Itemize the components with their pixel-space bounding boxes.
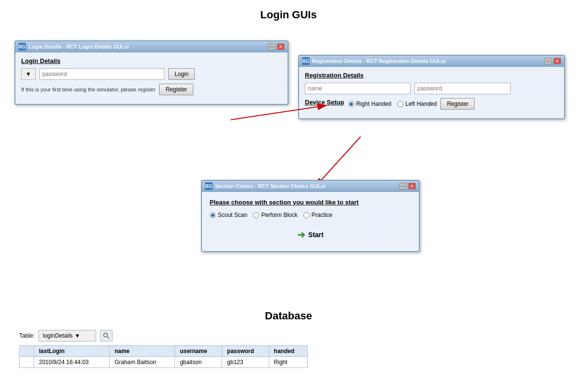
section-window-body: Please choose with section you would lik… [202, 192, 419, 251]
db-cell-username: gbaitson [175, 357, 222, 368]
login-form-row: ▼ Login [21, 68, 282, 80]
db-col-password: password [222, 346, 269, 357]
right-handed-radio[interactable]: Right Handed [348, 101, 391, 107]
left-handed-circle [397, 101, 403, 107]
login-info-text: If this is your first time using the sim… [21, 87, 155, 92]
database-title: Database [19, 310, 558, 322]
login-window: RG Login Details - RCT Login Details GUI… [14, 40, 288, 105]
db-cell-lastlogin: 2010/8/24 16:44:03 [34, 357, 110, 368]
reg-window-body: Registration Details Device Setup Right … [299, 67, 564, 118]
db-col-lastlogin: lastLogin [34, 346, 110, 357]
svg-line-4 [107, 337, 109, 339]
practice-circle [303, 212, 310, 218]
perform-block-radio[interactable]: Perform Block [253, 212, 297, 218]
db-header-row: lastLogin name username password handed [20, 346, 308, 357]
start-arrow-icon: ➜ [297, 229, 305, 240]
registration-window: RG Registration Details - RCT Registrati… [298, 55, 565, 119]
reg-section-label: Registration Details [305, 72, 558, 79]
perform-block-circle [253, 212, 259, 218]
search-icon [103, 332, 110, 339]
db-table: lastLogin name username password handed … [19, 345, 308, 368]
db-cell-name: Graham Baitson [110, 357, 175, 368]
login-info-row: If this is your first time using the sim… [21, 84, 282, 95]
login-minimize-btn[interactable]: — [268, 43, 276, 50]
db-search-button[interactable] [100, 330, 113, 341]
section-close-btn[interactable]: ✕ [408, 183, 416, 190]
handed-radio-group: Right Handed Left Handed [348, 101, 437, 107]
db-table-dropdown[interactable]: loginDetails ▼ [38, 330, 96, 341]
database-section: Database Table: loginDetails ▼ lastLogin… [0, 300, 577, 378]
perform-block-label: Perform Block [261, 212, 297, 218]
db-table-name: loginDetails [43, 332, 73, 339]
left-handed-radio[interactable]: Left Handed [397, 101, 437, 107]
main-title: Login GUIs [0, 0, 577, 26]
db-table-label: Table: [19, 332, 35, 339]
gui-container: RG Login Details - RCT Login Details GUI… [0, 26, 577, 300]
reg-window-icon: RG [302, 57, 310, 65]
db-cell-handed: Right [269, 357, 307, 368]
login-window-body: Login Details ▼ Login If this is your fi… [15, 52, 288, 104]
login-title-controls: — ✕ [268, 43, 285, 50]
start-label: Start [308, 231, 324, 239]
section-window-title: Section Choice - RCT Section Choice GUI.… [215, 183, 326, 189]
login-title-bar: RG Login Details - RCT Login Details GUI… [15, 41, 288, 52]
start-button[interactable]: ➜ Start [297, 229, 324, 240]
left-handed-label: Left Handed [405, 101, 437, 107]
reg-close-btn[interactable]: ✕ [553, 58, 561, 64]
db-col-handed: handed [269, 346, 307, 357]
device-setup-label: Device Setup [305, 99, 344, 106]
scout-scan-label: Scout Scan [218, 212, 247, 218]
section-title-controls: — ✕ [399, 183, 416, 190]
reg-window-title: Registration Details - RCT Registration … [312, 58, 446, 64]
reg-form-row-1 [305, 83, 558, 94]
login-window-title: Login Details - RCT Login Details GUI.ui [28, 44, 129, 50]
db-cell-password: gb123 [222, 357, 269, 368]
reg-minimize-btn[interactable]: — [544, 58, 552, 64]
login-username-dropdown[interactable]: ▼ [21, 68, 36, 80]
practice-label: Practice [312, 212, 332, 218]
login-button[interactable]: Login [168, 68, 195, 80]
reg-name-input[interactable] [305, 83, 411, 94]
db-toolbar: Table: loginDetails ▼ [19, 330, 558, 341]
scout-scan-radio[interactable]: Scout Scan [210, 212, 247, 218]
db-col-num [20, 346, 34, 357]
db-row-num: 1 [20, 357, 34, 368]
section-window-icon: RG [205, 182, 213, 190]
reg-form-row-2: Device Setup Right Handed Left Handed Re… [305, 98, 558, 110]
dropdown-arrow: ▼ [25, 71, 31, 77]
login-section-label: Login Details [21, 57, 282, 64]
section-choice-window: RG Section Choice - RCT Section Choice G… [201, 180, 420, 252]
right-handed-label: Right Handed [356, 101, 391, 107]
db-col-name: name [110, 346, 175, 357]
section-minimize-btn[interactable]: — [399, 183, 407, 190]
section-choice-label: Please choose with section you would lik… [210, 199, 411, 206]
svg-point-3 [104, 333, 108, 337]
db-col-username: username [175, 346, 222, 357]
reg-password-input[interactable] [414, 83, 511, 94]
login-close-btn[interactable]: ✕ [277, 43, 285, 50]
reg-title-bar: RG Registration Details - RCT Registrati… [299, 56, 564, 67]
table-row: 1 2010/8/24 16:44:03 Graham Baitson gbai… [20, 357, 308, 368]
db-dropdown-arrow: ▼ [75, 332, 80, 339]
section-radio-group: Scout Scan Perform Block Practice [210, 212, 411, 218]
register-button[interactable]: Register [159, 84, 193, 95]
practice-radio[interactable]: Practice [303, 212, 332, 218]
right-handed-circle [348, 101, 354, 107]
login-window-icon: RG [18, 43, 26, 51]
reg-register-button[interactable]: Register [440, 98, 475, 110]
reg-title-controls: — ✕ [544, 58, 561, 64]
section-title-bar: RG Section Choice - RCT Section Choice G… [202, 181, 419, 192]
scout-scan-circle [210, 212, 216, 218]
login-password-input[interactable] [39, 68, 164, 80]
